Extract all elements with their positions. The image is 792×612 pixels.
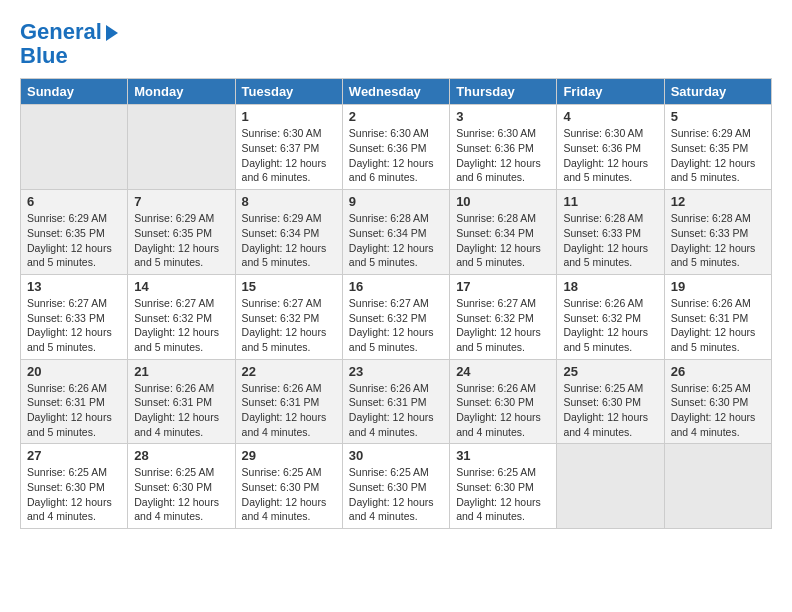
cell-content: Sunrise: 6:28 AMSunset: 6:33 PMDaylight:…: [671, 211, 765, 270]
cell-content: Sunrise: 6:25 AMSunset: 6:30 PMDaylight:…: [563, 381, 657, 440]
weekday-header: Sunday: [21, 79, 128, 105]
day-number: 14: [134, 279, 228, 294]
day-number: 19: [671, 279, 765, 294]
day-number: 3: [456, 109, 550, 124]
calendar-cell: 21Sunrise: 6:26 AMSunset: 6:31 PMDayligh…: [128, 359, 235, 444]
cell-content: Sunrise: 6:28 AMSunset: 6:34 PMDaylight:…: [349, 211, 443, 270]
calendar-cell: 15Sunrise: 6:27 AMSunset: 6:32 PMDayligh…: [235, 274, 342, 359]
weekday-header: Monday: [128, 79, 235, 105]
cell-content: Sunrise: 6:26 AMSunset: 6:30 PMDaylight:…: [456, 381, 550, 440]
calendar-week-row: 6Sunrise: 6:29 AMSunset: 6:35 PMDaylight…: [21, 190, 772, 275]
calendar-week-row: 27Sunrise: 6:25 AMSunset: 6:30 PMDayligh…: [21, 444, 772, 529]
calendar-week-row: 13Sunrise: 6:27 AMSunset: 6:33 PMDayligh…: [21, 274, 772, 359]
day-number: 6: [27, 194, 121, 209]
logo-arrow-shape: [106, 25, 118, 41]
cell-content: Sunrise: 6:25 AMSunset: 6:30 PMDaylight:…: [27, 465, 121, 524]
cell-content: Sunrise: 6:26 AMSunset: 6:32 PMDaylight:…: [563, 296, 657, 355]
calendar-cell: 14Sunrise: 6:27 AMSunset: 6:32 PMDayligh…: [128, 274, 235, 359]
calendar-cell: [557, 444, 664, 529]
calendar-cell: 23Sunrise: 6:26 AMSunset: 6:31 PMDayligh…: [342, 359, 449, 444]
cell-content: Sunrise: 6:25 AMSunset: 6:30 PMDaylight:…: [242, 465, 336, 524]
day-number: 17: [456, 279, 550, 294]
day-number: 29: [242, 448, 336, 463]
cell-content: Sunrise: 6:27 AMSunset: 6:32 PMDaylight:…: [134, 296, 228, 355]
cell-content: Sunrise: 6:27 AMSunset: 6:32 PMDaylight:…: [242, 296, 336, 355]
day-number: 12: [671, 194, 765, 209]
cell-content: Sunrise: 6:27 AMSunset: 6:33 PMDaylight:…: [27, 296, 121, 355]
day-number: 22: [242, 364, 336, 379]
cell-content: Sunrise: 6:30 AMSunset: 6:37 PMDaylight:…: [242, 126, 336, 185]
day-number: 15: [242, 279, 336, 294]
calendar-cell: 12Sunrise: 6:28 AMSunset: 6:33 PMDayligh…: [664, 190, 771, 275]
logo: General Blue: [20, 20, 118, 68]
calendar-cell: 18Sunrise: 6:26 AMSunset: 6:32 PMDayligh…: [557, 274, 664, 359]
day-number: 24: [456, 364, 550, 379]
day-number: 2: [349, 109, 443, 124]
calendar-cell: 26Sunrise: 6:25 AMSunset: 6:30 PMDayligh…: [664, 359, 771, 444]
weekday-header: Wednesday: [342, 79, 449, 105]
calendar-cell: 7Sunrise: 6:29 AMSunset: 6:35 PMDaylight…: [128, 190, 235, 275]
cell-content: Sunrise: 6:25 AMSunset: 6:30 PMDaylight:…: [456, 465, 550, 524]
day-number: 1: [242, 109, 336, 124]
day-number: 16: [349, 279, 443, 294]
cell-content: Sunrise: 6:28 AMSunset: 6:33 PMDaylight:…: [563, 211, 657, 270]
logo-text: General: [20, 20, 118, 44]
calendar-cell: 10Sunrise: 6:28 AMSunset: 6:34 PMDayligh…: [450, 190, 557, 275]
calendar-cell: 9Sunrise: 6:28 AMSunset: 6:34 PMDaylight…: [342, 190, 449, 275]
cell-content: Sunrise: 6:26 AMSunset: 6:31 PMDaylight:…: [27, 381, 121, 440]
cell-content: Sunrise: 6:29 AMSunset: 6:35 PMDaylight:…: [27, 211, 121, 270]
day-number: 18: [563, 279, 657, 294]
calendar-cell: 17Sunrise: 6:27 AMSunset: 6:32 PMDayligh…: [450, 274, 557, 359]
weekday-header: Thursday: [450, 79, 557, 105]
day-number: 20: [27, 364, 121, 379]
cell-content: Sunrise: 6:29 AMSunset: 6:35 PMDaylight:…: [671, 126, 765, 185]
calendar-cell: 25Sunrise: 6:25 AMSunset: 6:30 PMDayligh…: [557, 359, 664, 444]
calendar-cell: [664, 444, 771, 529]
calendar-cell: 29Sunrise: 6:25 AMSunset: 6:30 PMDayligh…: [235, 444, 342, 529]
day-number: 23: [349, 364, 443, 379]
cell-content: Sunrise: 6:25 AMSunset: 6:30 PMDaylight:…: [349, 465, 443, 524]
calendar-cell: 24Sunrise: 6:26 AMSunset: 6:30 PMDayligh…: [450, 359, 557, 444]
calendar-cell: 27Sunrise: 6:25 AMSunset: 6:30 PMDayligh…: [21, 444, 128, 529]
calendar-cell: 4Sunrise: 6:30 AMSunset: 6:36 PMDaylight…: [557, 105, 664, 190]
calendar-cell: 30Sunrise: 6:25 AMSunset: 6:30 PMDayligh…: [342, 444, 449, 529]
day-number: 7: [134, 194, 228, 209]
day-number: 10: [456, 194, 550, 209]
calendar-cell: 1Sunrise: 6:30 AMSunset: 6:37 PMDaylight…: [235, 105, 342, 190]
calendar-cell: 5Sunrise: 6:29 AMSunset: 6:35 PMDaylight…: [664, 105, 771, 190]
day-number: 26: [671, 364, 765, 379]
calendar-cell: 28Sunrise: 6:25 AMSunset: 6:30 PMDayligh…: [128, 444, 235, 529]
calendar-cell: 3Sunrise: 6:30 AMSunset: 6:36 PMDaylight…: [450, 105, 557, 190]
calendar-cell: 8Sunrise: 6:29 AMSunset: 6:34 PMDaylight…: [235, 190, 342, 275]
calendar-cell: 13Sunrise: 6:27 AMSunset: 6:33 PMDayligh…: [21, 274, 128, 359]
cell-content: Sunrise: 6:26 AMSunset: 6:31 PMDaylight:…: [242, 381, 336, 440]
day-number: 9: [349, 194, 443, 209]
calendar-cell: [128, 105, 235, 190]
calendar-cell: 20Sunrise: 6:26 AMSunset: 6:31 PMDayligh…: [21, 359, 128, 444]
calendar-cell: 11Sunrise: 6:28 AMSunset: 6:33 PMDayligh…: [557, 190, 664, 275]
cell-content: Sunrise: 6:27 AMSunset: 6:32 PMDaylight:…: [456, 296, 550, 355]
day-number: 4: [563, 109, 657, 124]
day-number: 28: [134, 448, 228, 463]
day-number: 13: [27, 279, 121, 294]
calendar-cell: 19Sunrise: 6:26 AMSunset: 6:31 PMDayligh…: [664, 274, 771, 359]
weekday-header: Tuesday: [235, 79, 342, 105]
day-number: 11: [563, 194, 657, 209]
day-number: 21: [134, 364, 228, 379]
day-number: 25: [563, 364, 657, 379]
cell-content: Sunrise: 6:29 AMSunset: 6:34 PMDaylight:…: [242, 211, 336, 270]
cell-content: Sunrise: 6:28 AMSunset: 6:34 PMDaylight:…: [456, 211, 550, 270]
calendar-cell: [21, 105, 128, 190]
calendar-week-row: 1Sunrise: 6:30 AMSunset: 6:37 PMDaylight…: [21, 105, 772, 190]
calendar-table: SundayMondayTuesdayWednesdayThursdayFrid…: [20, 78, 772, 529]
day-number: 5: [671, 109, 765, 124]
cell-content: Sunrise: 6:30 AMSunset: 6:36 PMDaylight:…: [563, 126, 657, 185]
cell-content: Sunrise: 6:29 AMSunset: 6:35 PMDaylight:…: [134, 211, 228, 270]
weekday-header: Friday: [557, 79, 664, 105]
day-number: 27: [27, 448, 121, 463]
calendar-cell: 2Sunrise: 6:30 AMSunset: 6:36 PMDaylight…: [342, 105, 449, 190]
calendar-cell: 16Sunrise: 6:27 AMSunset: 6:32 PMDayligh…: [342, 274, 449, 359]
calendar-week-row: 20Sunrise: 6:26 AMSunset: 6:31 PMDayligh…: [21, 359, 772, 444]
page-header: General Blue: [20, 20, 772, 68]
cell-content: Sunrise: 6:25 AMSunset: 6:30 PMDaylight:…: [671, 381, 765, 440]
